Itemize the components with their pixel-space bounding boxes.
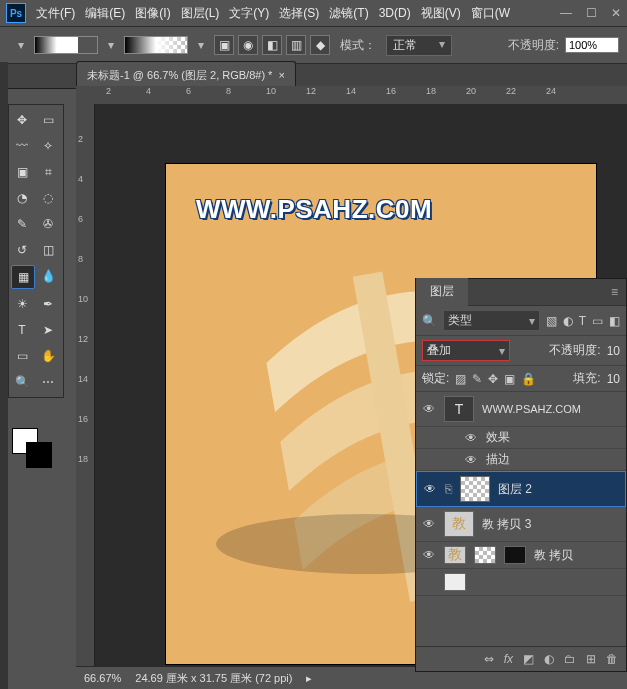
layer-row[interactable]: 👁 ⎘ 图层 2 (416, 471, 626, 507)
menu-file[interactable]: 文件(F) (36, 5, 75, 22)
filter-adjust-icon[interactable]: ◐ (563, 314, 573, 328)
zoom-tool-icon[interactable]: 🔍 (11, 371, 33, 393)
document-title: 未标题-1 @ 66.7% (图层 2, RGB/8#) * (87, 68, 272, 83)
menu-edit[interactable]: 编辑(E) (85, 5, 125, 22)
menu-filter[interactable]: 滤镜(T) (329, 5, 368, 22)
zoom-level[interactable]: 66.67% (84, 672, 121, 684)
eyedropper-tool-icon[interactable]: ◔ (11, 187, 33, 209)
delete-layer-icon[interactable]: 🗑 (606, 652, 618, 666)
gradient-reflected-icon[interactable]: ▥ (286, 35, 306, 55)
slice-tool-icon[interactable]: ⌗ (37, 161, 59, 183)
visibility-icon[interactable]: 👁 (422, 517, 436, 531)
layer-filter-select[interactable]: 类型▾ (443, 310, 540, 331)
lock-paint-icon[interactable]: ✎ (472, 372, 482, 386)
layer-name[interactable]: WWW.PSAHZ.COM (482, 403, 581, 415)
layer-row[interactable]: 👁 教 教 拷贝 3 (416, 507, 626, 542)
gradient-radial-icon[interactable]: ◉ (238, 35, 258, 55)
vertical-ruler: 2 4 6 8 10 12 14 16 18 (76, 104, 95, 667)
lock-all-icon[interactable]: 🔒 (521, 372, 536, 386)
new-layer-icon[interactable]: ⊞ (586, 652, 596, 666)
eraser-tool-icon[interactable]: ◫ (37, 239, 59, 261)
stroke-label: 描边 (486, 451, 510, 468)
minimize-icon[interactable]: — (560, 6, 572, 20)
visibility-icon[interactable]: 👁 (422, 402, 436, 416)
layer-row[interactable]: 👁 T WWW.PSAHZ.COM (416, 392, 626, 427)
pen-tool-icon[interactable]: ✒ (37, 293, 59, 315)
layers-panel[interactable]: 图层 ≡ 🔍 类型▾ ▧ ◐ T ▭ ◧ 叠加▾ 不透明度: 10 (415, 278, 627, 672)
app-icon: Ps (6, 3, 26, 23)
path-select-icon[interactable]: ➤ (37, 319, 59, 341)
type-tool-icon[interactable]: T (11, 319, 33, 341)
fill-value[interactable]: 10 (607, 372, 620, 386)
maximize-icon[interactable]: ☐ (586, 6, 597, 20)
brush-tool-icon[interactable]: ✎ (11, 213, 33, 235)
marquee-tool-icon[interactable]: ▭ (37, 109, 59, 131)
hand-tool-icon[interactable]: ✋ (37, 345, 59, 367)
menu-window[interactable]: 窗口(W (471, 5, 510, 22)
gradient-editor[interactable] (124, 36, 188, 54)
status-chevron-icon[interactable]: ▸ (306, 672, 312, 685)
history-brush-icon[interactable]: ↺ (11, 239, 33, 261)
panel-tab-layers[interactable]: 图层 (416, 278, 468, 307)
layer-thumb: 教 (444, 546, 466, 564)
layer-name[interactable]: 教 拷贝 3 (482, 516, 531, 533)
blur-tool-icon[interactable]: 💧 (37, 265, 59, 287)
gradient-type-group: ▣ ◉ ◧ ▥ ◆ (214, 35, 330, 55)
more-tools-icon[interactable]: ⋯ (37, 371, 59, 393)
group-icon[interactable]: 🗀 (564, 652, 576, 666)
layer-row[interactable]: 👁 (416, 569, 626, 596)
link-layers-icon[interactable]: ⇔ (484, 652, 494, 666)
mask-icon[interactable]: ◩ (523, 652, 534, 666)
stamp-tool-icon[interactable]: ✇ (37, 213, 59, 235)
menu-select[interactable]: 选择(S) (279, 5, 319, 22)
opacity-label: 不透明度: (508, 37, 559, 54)
lasso-tool-icon[interactable]: 〰 (11, 135, 33, 157)
gradient-angle-icon[interactable]: ◧ (262, 35, 282, 55)
background-swatch[interactable] (26, 442, 52, 468)
chevron-down-icon[interactable]: ▾ (198, 38, 204, 52)
fx-icon[interactable]: fx (504, 652, 513, 666)
dodge-tool-icon[interactable]: ☀ (11, 293, 33, 315)
panel-opacity-value[interactable]: 10 (607, 344, 620, 358)
filter-type-icon[interactable]: T (579, 314, 586, 328)
move-tool-icon[interactable]: ✥ (11, 109, 33, 131)
panel-menu-icon[interactable]: ≡ (603, 285, 626, 299)
menu-view[interactable]: 视图(V) (421, 5, 461, 22)
color-swatches[interactable] (12, 428, 52, 468)
layer-row[interactable]: 👁 教 教 拷贝 (416, 542, 626, 569)
close-icon[interactable]: ✕ (611, 6, 621, 20)
shape-tool-icon[interactable]: ▭ (11, 345, 33, 367)
blend-mode-select[interactable]: 正常 ▾ (386, 35, 452, 56)
visibility-icon[interactable]: 👁 (464, 431, 478, 445)
gradient-linear-icon[interactable]: ▣ (214, 35, 234, 55)
fx-row[interactable]: 👁 效果 (416, 427, 626, 449)
menu-layer[interactable]: 图层(L) (181, 5, 220, 22)
adjustment-icon[interactable]: ◐ (544, 652, 554, 666)
opacity-field[interactable]: 100% (565, 37, 619, 53)
wand-tool-icon[interactable]: ✧ (37, 135, 59, 157)
fx-stroke-row[interactable]: 👁 描边 (416, 449, 626, 471)
lock-position-icon[interactable]: ✥ (488, 372, 498, 386)
filter-smart-icon[interactable]: ◧ (609, 314, 620, 328)
gradient-tool-icon-tb[interactable]: ▦ (11, 265, 35, 289)
layer-name[interactable]: 图层 2 (498, 481, 532, 498)
lock-transparent-icon[interactable]: ▨ (455, 372, 466, 386)
menu-type[interactable]: 文字(Y) (229, 5, 269, 22)
blend-mode-select-panel[interactable]: 叠加▾ (422, 340, 510, 361)
visibility-icon[interactable]: 👁 (464, 453, 478, 467)
visibility-icon[interactable]: 👁 (423, 482, 437, 496)
filter-shape-icon[interactable]: ▭ (592, 314, 603, 328)
tab-close-icon[interactable]: × (278, 69, 284, 81)
layer-name[interactable]: 教 拷贝 (534, 547, 573, 564)
gradient-diamond-icon[interactable]: ◆ (310, 35, 330, 55)
gradient-preset[interactable] (34, 36, 98, 54)
lock-artboard-icon[interactable]: ▣ (504, 372, 515, 386)
horizontal-ruler: 2 4 6 8 10 12 14 16 18 20 22 24 (76, 86, 627, 105)
filter-pixel-icon[interactable]: ▧ (546, 314, 557, 328)
patch-tool-icon[interactable]: ◌ (37, 187, 59, 209)
visibility-icon[interactable]: 👁 (422, 548, 436, 562)
menu-image[interactable]: 图像(I) (135, 5, 170, 22)
document-tab[interactable]: 未标题-1 @ 66.7% (图层 2, RGB/8#) * × (76, 61, 296, 88)
menu-3d[interactable]: 3D(D) (379, 6, 411, 20)
crop-tool-icon[interactable]: ▣ (11, 161, 33, 183)
